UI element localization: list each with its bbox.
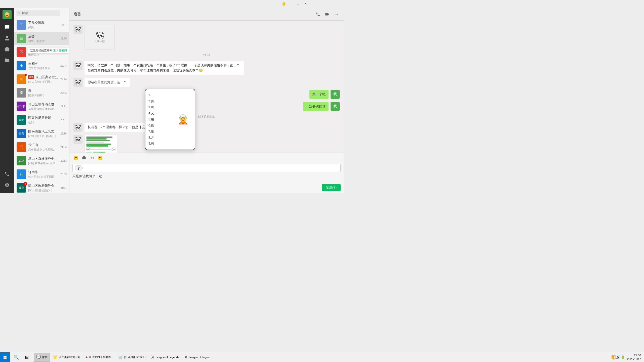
msg-avatar: 🐼 [73,25,83,34]
message-row: 🐼 ▷ ◁ [73,135,340,153]
contact-item[interactable]: 订 订阅号 蓝兴艺文: 为稿不同尺寸的... 20:53 [14,167,69,181]
contact-item-active[interactable]: 启 启荟 朋生不能接受 22:50 [14,32,69,45]
screenshot-line [86,140,110,141]
contact-avatar: 农林 [17,156,26,165]
file-button[interactable] [80,154,88,161]
contact-item[interactable]: 泰 泰 [链接未解析] 22:42 [14,86,69,100]
contact-meta: 21:31 [60,187,67,189]
close-button[interactable]: ✕ [302,2,309,6]
more-options-icon[interactable] [333,11,340,18]
contact-name: 订阅号 [28,170,58,174]
contact-info: 订阅号 蓝兴艺文: 为稿不同尺寸的... [28,170,58,179]
msg-image-container: 🐼 大哥抽烟 [85,25,115,50]
sticker-text-area: 1.一 2.要 3.有 4.又 5.用 6.也 7.赢 8.月 9.药 [148,92,172,147]
contact-item[interactable]: 农林 琼山区农林服务中心... [7条] 农林菜饭字: 最高... 20:53 [14,154,69,167]
sidebar-item-settings[interactable] [2,180,12,190]
msg-avatar: 🐼 [73,78,83,87]
contact-time: 22:44 [60,78,67,81]
contact-badge-dot [25,74,27,76]
screenshot-controls: ▷ ◁ [86,148,115,151]
sidebar-item-chat[interactable] [2,22,12,32]
contact-name: 云汇山 [28,143,58,147]
msg-avatar: 我 [331,102,340,111]
contact-time: 20:53 [60,159,67,162]
send-button[interactable]: 发送(S) [322,184,341,191]
contact-avatar: 启 [17,34,26,43]
vol-button: ◁ [112,148,115,151]
sidebar-item-favorites[interactable] [2,44,12,54]
user-avatar[interactable]: 😊 [3,10,12,19]
sidebar-item-phone[interactable] [2,169,12,179]
contact-meta: 22:21 [60,105,67,108]
message-row: 🐼 长演说，2个理由都一样？切！他是什么脑回路啊 [73,123,340,132]
contact-last-msg: [27条] 黑天明: [链接]【... [28,134,58,138]
chat-input-footer: 发送(S) [69,183,344,193]
contact-item[interactable]: 国兴 国兴街道讯卫队文工... [27条] 黑天明: [链接]【... 22:1… [14,127,69,140]
contact-meta: 22:50 [60,37,67,40]
sidebar-item-contacts[interactable] [2,33,12,43]
message-row-self: 我 第一个吧 [73,90,340,99]
chat-header: 启荟 [69,8,344,21]
sticker-item: 5.用 [148,116,172,122]
contact-item[interactable]: 领导 1 琼山区政府领导会议... [有人@我] 区政办: [ 21:31 [14,181,69,193]
notification-icon[interactable]: 🔔 [281,2,286,6]
contact-time: 22:42 [60,92,67,94]
sidebar-item-files[interactable] [2,55,12,65]
panda-label: 大哥抽烟 [95,40,105,43]
emoji2-button[interactable]: 🙂 [97,154,104,161]
search-box[interactable] [16,10,60,16]
contact-info: 琼山区政府领导会议... [有人@我] 区政办: [ [28,184,58,192]
chat-title: 启荟 [73,12,81,17]
chat-input-toolbar: 😊 ✂ 🙂 [69,153,344,163]
minimize-button[interactable]: — [287,2,294,6]
message-row: 🐼 你站在男生的角度，选一个 [73,78,340,87]
contact-name: 琼山区政府领导会议... [28,184,58,188]
sticker-item: 7.赢 [148,128,172,134]
input-row: y [69,163,344,173]
contact-item[interactable]: 琼 @我 琼山区办公室公文工... [有人入镜] 接下面... 22:44 [14,72,69,86]
search-input[interactable] [22,11,58,15]
sticker-list: 1.一 2.要 3.有 4.又 5.用 6.也 7.赢 8.月 9.药 [148,92,172,147]
contact-meta: 22:44 [60,64,67,67]
contact-last-msg: [链接未解析] [28,94,58,97]
contact-last-msg: 这里是镜的直播间/激... [28,107,58,111]
chat-messages: 🐼 🐼 大哥抽烟 22:46 🐼 [69,21,344,153]
contact-time: 22:44 [60,64,67,67]
contact-info: 区审批局吴云娇 收到 [28,116,58,124]
contact-info: 启荟 朋生不能接受 [28,34,58,43]
contact-time: 22:21 [60,105,67,108]
add-contact-button[interactable]: + [61,10,67,16]
contact-avatar: 区 [17,47,26,57]
contact-item[interactable]: 审批 区审批局吴云娇 收到 22:21 [14,113,69,127]
contact-name: 泰 [28,88,58,93]
contact-avatar: 国兴 [17,129,26,138]
new-messages-divider: 以下是新消息 [73,115,340,119]
input-emoji-candidate: y [75,165,83,170]
chat-input-field[interactable]: y [72,164,341,172]
video-call-icon[interactable] [324,11,331,18]
contact-avatar: 订 [17,169,26,179]
time-divider: 22:46 [73,54,340,57]
msg-image: 🐼 大哥抽烟 [85,25,115,50]
contact-item[interactable]: 领导群 琼山区领导动态群 这里是镜的直播间/激... 22:21 [14,100,69,113]
chat-header-icons [314,11,340,18]
contact-avatar: 审批 [17,115,26,125]
title-bar-actions: 🔔 — □ ✕ [281,2,309,6]
contact-avatar: 云 [17,142,26,152]
contact-item[interactable]: 云 云汇山 点单领域小，地照顾... 21:34 [14,140,69,154]
emoji-button[interactable]: 😊 [72,154,79,161]
contact-item[interactable]: 区 区政府办 敬请关注 22:48 这里是镜的直播间 进入直播间 [14,45,69,59]
maximize-button[interactable]: □ [295,2,301,6]
contact-name: 区政府办 [28,48,58,52]
contact-meta: 17:37 [60,24,67,26]
contact-last-msg: 点单领域小，地照顾... [28,148,58,152]
input-text-display[interactable]: 只是你让我两个一定 [69,173,344,183]
phone-call-icon[interactable] [314,11,321,18]
contact-meta: 22:44 [60,78,67,81]
sticker-popup: 1.一 2.要 3.有 4.又 5.用 6.也 7.赢 8.月 9.药 🧝 [145,89,195,150]
contact-item[interactable]: 王 王和占 这里是镜的直播间，您在... 22:44 [14,59,69,72]
play-button: ▷ [86,148,90,151]
screenshot-button[interactable]: ✂ [89,154,96,161]
contact-last-msg: 敬请关注 [28,53,58,57]
contact-item[interactable]: 工 工作交流群 好的 17:37 [14,18,69,32]
